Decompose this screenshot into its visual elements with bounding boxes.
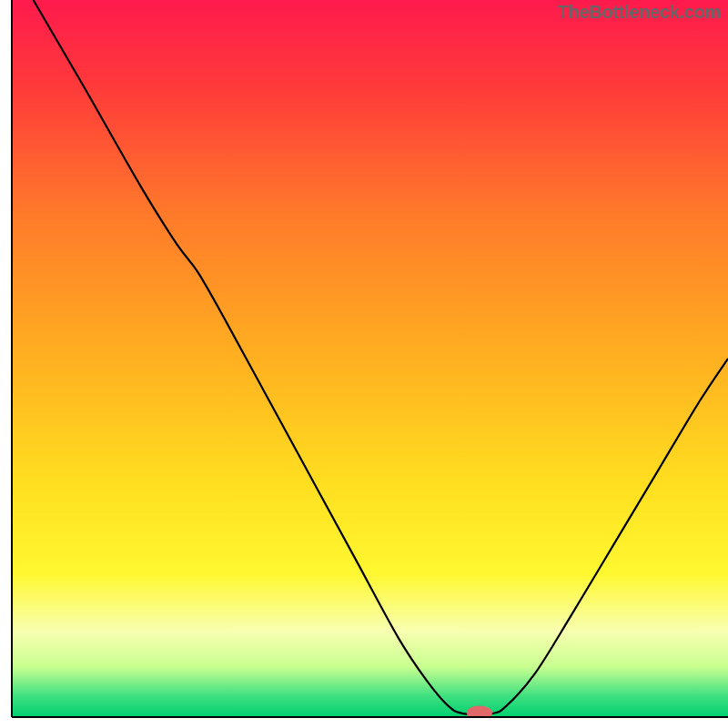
gradient-background <box>12 0 728 717</box>
source-watermark: TheBottleneck.com <box>558 2 721 23</box>
bottleneck-chart: TheBottleneck.com <box>0 0 728 728</box>
chart-svg <box>0 0 728 728</box>
